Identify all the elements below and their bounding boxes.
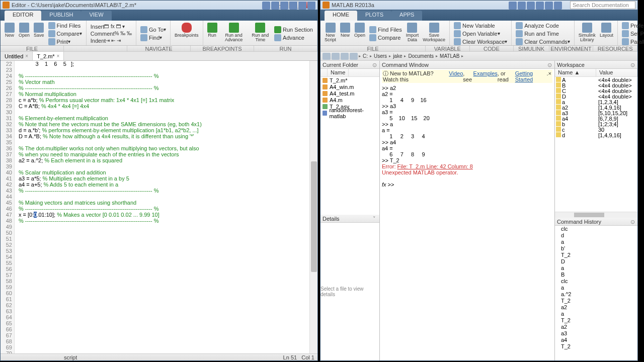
file-list[interactable]: T_2.m*A4_win.mA4_test.mA4.mT_2.asvrandom… [320, 77, 379, 215]
workspace-header[interactable]: Workspace⊙ [555, 61, 637, 69]
history-item[interactable]: a [561, 239, 637, 245]
tab-editor[interactable]: EDITOR [5, 11, 41, 21]
new-button[interactable]: New [3, 22, 17, 45]
history-item[interactable]: a [561, 265, 637, 272]
forward-icon[interactable] [332, 53, 340, 60]
file-tab-untitled[interactable]: Untitled× [1, 52, 33, 60]
file-item[interactable]: randomforest-matlab [320, 110, 379, 116]
current-folder-header[interactable]: Current Folder⊙ [320, 61, 379, 69]
workspace-row[interactable]: c30 [555, 127, 637, 132]
breakpoints[interactable]: Breakpoints [173, 22, 201, 45]
details-header[interactable]: Details˅ [320, 215, 379, 223]
workspace-cols[interactable]: Name ▲Value [555, 69, 637, 77]
history-item[interactable]: d [561, 232, 637, 239]
history-item[interactable]: a4 [561, 337, 637, 343]
history-item[interactable]: D [561, 258, 637, 265]
dropdown-icon[interactable]: ⊙ [629, 219, 635, 225]
workspace-row[interactable]: a2[1,4,9,16] [555, 105, 637, 110]
history-item[interactable]: a2 [561, 324, 637, 330]
file-item[interactable]: A4_test.m [320, 90, 379, 97]
tab-home[interactable]: HOME [325, 11, 357, 21]
advance[interactable]: Advance [272, 34, 315, 42]
history-item[interactable]: a.^2 [561, 291, 637, 298]
up-icon[interactable] [341, 53, 349, 60]
simulink[interactable]: Simulink Library [577, 22, 598, 45]
save-button[interactable]: Save [32, 22, 46, 45]
run-section[interactable]: Run Section [272, 26, 315, 34]
insert[interactable]: Insert 🗔 fx 🗔 ▾ [89, 23, 134, 30]
history-item[interactable]: a3 [561, 330, 637, 337]
qat-icon[interactable] [280, 2, 288, 10]
workspace-table[interactable]: A<4x4 double>B<4x4 double>C<4x4 double>D… [555, 77, 637, 212]
history-item[interactable]: T_2 [561, 298, 637, 304]
search-input[interactable]: Search Documentation [570, 1, 635, 9]
open-variable[interactable]: Open Variable ▾ [452, 30, 509, 38]
workspace-row[interactable]: C<4x4 double> [555, 88, 637, 94]
help-icon[interactable] [554, 2, 562, 10]
vertical-scrollbar[interactable] [309, 61, 317, 353]
run-advance[interactable]: Run and Advance [219, 22, 249, 45]
history-item[interactable]: T_2 [561, 252, 637, 258]
command-window[interactable]: ⓘ New to MATLAB? Watch this Video, see E… [380, 69, 554, 360]
close-icon[interactable]: × [548, 70, 551, 82]
history-item[interactable]: a2 [561, 304, 637, 311]
workspace-row[interactable]: a4[6,7,8,9] [555, 116, 637, 121]
clear-commands[interactable]: Clear Commands ▾ [514, 38, 572, 46]
tab-apps[interactable]: APPS [391, 11, 422, 21]
new-variable[interactable]: New Variable [452, 22, 509, 30]
dropdown-icon[interactable]: ⊙ [371, 62, 377, 68]
history-header[interactable]: Command History⊙ [555, 218, 637, 226]
scroll-thumb[interactable] [311, 161, 317, 272]
chevron-icon[interactable]: ˅ [371, 216, 377, 222]
history-item[interactable]: clc [561, 278, 637, 285]
tab-plots[interactable]: PLOTS [357, 11, 391, 21]
import-data[interactable]: Import Data [404, 22, 421, 45]
workspace-hscroll[interactable] [555, 212, 637, 218]
set-path[interactable]: Set Path [620, 30, 644, 38]
workspace-row[interactable]: A<4x4 double> [555, 77, 637, 82]
history-item[interactable]: a [561, 285, 637, 291]
command-history[interactable]: clcdab'T_2DaBclcaa.^2T_2a2aT_2a2a3a4T_2 [555, 226, 637, 360]
help-icon[interactable] [307, 2, 315, 10]
tab-close-icon[interactable]: × [57, 53, 60, 59]
find-files[interactable]: Find Files [46, 22, 84, 30]
workspace-row[interactable]: a[1,2,3,4] [555, 99, 637, 105]
tab-publish[interactable]: PUBLISH [41, 11, 81, 21]
workspace-row[interactable]: d[1,4,9,16] [555, 132, 637, 138]
history-item[interactable]: clc [561, 226, 637, 232]
dropdown-icon[interactable]: ⊙ [629, 62, 635, 68]
workspace-row[interactable]: B<4x4 double> [555, 82, 637, 88]
workspace-row[interactable]: a3[5,10,15,20] [555, 110, 637, 116]
code-editor[interactable]: 2223242526272829303132333435363738394041… [1, 61, 317, 353]
open[interactable]: Open [352, 22, 367, 45]
save-workspace[interactable]: Save Workspace [421, 22, 447, 45]
history-item[interactable]: T_2 [561, 317, 637, 324]
code-area[interactable]: 3 1 6 5 ]; % ---------------------------… [15, 61, 309, 353]
qat-icon[interactable] [262, 2, 270, 10]
run-button[interactable]: Run [205, 22, 219, 45]
compare[interactable]: Compare ▾ [46, 30, 84, 38]
qat-icon[interactable] [271, 2, 279, 10]
file-item[interactable]: T_2.m* [320, 77, 379, 83]
new[interactable]: New [338, 22, 352, 45]
qat-icon[interactable] [298, 2, 306, 10]
folder-col-header[interactable]: Name [320, 69, 379, 77]
comment[interactable]: Comment % ‰ ‰ [89, 30, 134, 37]
qat-icon[interactable] [527, 2, 535, 10]
preferences[interactable]: Preferences [620, 22, 644, 30]
file-item[interactable]: A4.m [320, 97, 379, 103]
parallel[interactable]: Parallel ▾ [620, 38, 644, 46]
compare[interactable]: Compare [367, 34, 404, 42]
open-button[interactable]: Open [17, 22, 32, 45]
workspace-row[interactable]: b[1;2;3;4] [555, 121, 637, 127]
file-item[interactable]: A4_win.m [320, 83, 379, 90]
history-item[interactable]: T_2 [561, 343, 637, 350]
qat-icon[interactable] [545, 2, 553, 10]
new-script[interactable]: New Script [323, 22, 338, 45]
qat-icon[interactable] [536, 2, 544, 10]
qat-icon[interactable] [289, 2, 297, 10]
workspace-row[interactable]: D<4x4 double> [555, 94, 637, 99]
folder-icon[interactable] [350, 53, 358, 60]
file-tab-t2[interactable]: T_2.m*× [33, 52, 64, 60]
history-item[interactable]: a [561, 311, 637, 317]
